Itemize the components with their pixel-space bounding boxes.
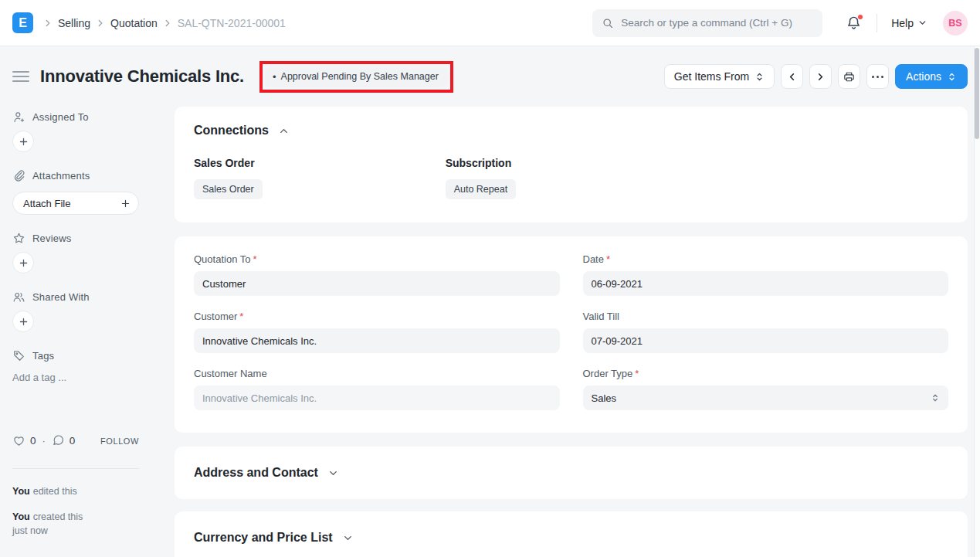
menu-ellipsis-button[interactable] <box>866 64 889 89</box>
search-input[interactable] <box>621 17 813 29</box>
users-icon <box>12 290 25 304</box>
assigned-to-section: Assigned To <box>12 110 139 152</box>
notifications-bell-icon[interactable] <box>846 15 863 32</box>
activity-action: created this <box>33 511 83 522</box>
chevron-right-icon <box>815 71 826 83</box>
star-icon <box>12 232 25 245</box>
add-assignment-button[interactable] <box>12 131 34 152</box>
page-header: Innovative Chemicals Inc. • Approval Pen… <box>0 46 980 107</box>
search-icon <box>602 17 614 29</box>
like-heart-icon[interactable] <box>12 434 25 447</box>
actions-button[interactable]: Actions <box>895 64 968 89</box>
attachments-header: Attachments <box>12 169 139 182</box>
connections-grid: Sales Order Sales Order Subscription Aut… <box>194 157 948 205</box>
actions-label: Actions <box>906 70 941 83</box>
shared-with-header: Shared With <box>12 290 139 304</box>
chevron-down-icon <box>342 532 354 544</box>
field-customer: Customer* Innovative Chemicals Inc. <box>194 311 560 353</box>
connections-group-empty <box>697 157 948 205</box>
field-label: Valid Till <box>583 311 949 322</box>
navbar-right: Help BS <box>846 11 968 36</box>
tags-section: Tags Add a tag ... <box>12 349 139 383</box>
select-chevrons-icon <box>754 72 765 82</box>
previous-document-button[interactable] <box>781 64 803 89</box>
connections-group-sales-order: Sales Order Sales Order <box>194 157 446 205</box>
sales-order-link[interactable]: Sales Order <box>194 179 263 199</box>
valid-till-input[interactable]: 07-09-2021 <box>583 328 949 353</box>
field-label: Quotation To* <box>194 253 560 265</box>
plus-icon <box>19 258 29 268</box>
user-avatar[interactable]: BS <box>943 11 968 36</box>
next-document-button[interactable] <box>809 64 832 89</box>
required-marker: * <box>253 253 256 265</box>
plus-icon <box>19 137 29 147</box>
select-chevrons-icon <box>931 393 940 402</box>
required-marker: * <box>635 368 639 379</box>
breadcrumb-quotation[interactable]: Quotation <box>110 17 158 29</box>
reviews-header: Reviews <box>12 232 139 245</box>
quotation-details-card: Quotation To* Customer Date* 06-09-2021 … <box>175 236 968 433</box>
app-logo[interactable]: E <box>12 12 33 33</box>
add-tag-input[interactable]: Add a tag ... <box>12 372 139 383</box>
field-order-type: Order Type* Sales <box>583 368 949 410</box>
add-share-button[interactable] <box>12 311 34 332</box>
global-search[interactable] <box>592 9 822 37</box>
add-review-button[interactable] <box>12 252 34 273</box>
customer-name-input: Innovative Chemicals Inc. <box>194 385 560 410</box>
form-sidebar: Assigned To Attachments Attach File <box>12 107 139 549</box>
auto-repeat-link[interactable]: Auto Repeat <box>446 179 517 199</box>
field-quotation-to: Quotation To* Customer <box>194 253 560 296</box>
reviews-section: Reviews <box>12 232 139 273</box>
required-marker: * <box>606 253 610 265</box>
address-contact-title: Address and Contact <box>194 466 318 480</box>
annotation-highlight-box: • Approval Pending By Sales Manager <box>259 61 453 93</box>
connections-section-toggle[interactable]: Connections <box>194 124 948 138</box>
required-marker: * <box>239 311 243 322</box>
attach-file-button[interactable]: Attach File <box>12 192 139 215</box>
connections-group-heading: Sales Order <box>194 157 446 169</box>
activity-action: edited this <box>33 486 77 497</box>
tags-label: Tags <box>32 350 54 362</box>
form-grid: Quotation To* Customer Date* 06-09-2021 … <box>194 253 948 410</box>
breadcrumb-selling[interactable]: Selling <box>58 17 90 29</box>
assigned-to-header: Assigned To <box>12 110 139 124</box>
order-type-select[interactable]: Sales <box>583 385 949 410</box>
assign-user-icon <box>12 110 25 124</box>
page-title: Innovative Chemicals Inc. <box>40 66 244 87</box>
chevron-right-icon <box>42 18 53 29</box>
activity-entry: Youcreated this just now <box>12 510 139 538</box>
customer-input[interactable]: Innovative Chemicals Inc. <box>194 328 560 353</box>
connections-group-heading: Subscription <box>446 157 697 169</box>
tags-header: Tags <box>12 349 139 362</box>
connections-group-subscription: Subscription Auto Repeat <box>446 157 697 205</box>
print-button[interactable] <box>838 64 860 89</box>
chevron-left-icon <box>786 71 798 83</box>
scrollbar-track[interactable] <box>974 46 980 557</box>
help-menu[interactable]: Help <box>891 17 927 29</box>
follow-button[interactable]: FOLLOW <box>100 436 139 446</box>
attach-file-label: Attach File <box>23 198 120 209</box>
shared-with-section: Shared With <box>12 290 139 332</box>
breadcrumb: Selling Quotation SAL-QTN-2021-00001 <box>39 17 287 29</box>
field-label: Customer* <box>194 311 560 322</box>
sidebar-toggle-icon[interactable] <box>12 71 29 82</box>
divider <box>12 468 139 469</box>
get-items-from-button[interactable]: Get Items From <box>664 64 775 89</box>
currency-price-list-title: Currency and Price List <box>194 531 333 545</box>
ellipsis-icon <box>872 76 883 78</box>
quotation-to-input[interactable]: Customer <box>194 271 560 296</box>
comments-count: 0 <box>70 435 76 447</box>
chevron-right-icon <box>95 18 106 29</box>
plus-icon <box>120 199 131 209</box>
date-input[interactable]: 06-09-2021 <box>583 271 949 296</box>
reviews-label: Reviews <box>32 233 72 244</box>
comment-icon[interactable] <box>52 434 65 447</box>
scrollbar-thumb[interactable] <box>975 48 979 139</box>
shared-with-label: Shared With <box>32 291 90 303</box>
header-actions: Get Items From Actions <box>664 64 968 89</box>
field-label: Order Type* <box>583 368 949 379</box>
address-contact-section-toggle[interactable]: Address and Contact <box>194 466 339 480</box>
attachments-section: Attachments Attach File <box>12 169 139 215</box>
social-row: 0 · 0 FOLLOW <box>12 434 139 447</box>
currency-price-list-section-toggle[interactable]: Currency and Price List <box>194 531 354 545</box>
